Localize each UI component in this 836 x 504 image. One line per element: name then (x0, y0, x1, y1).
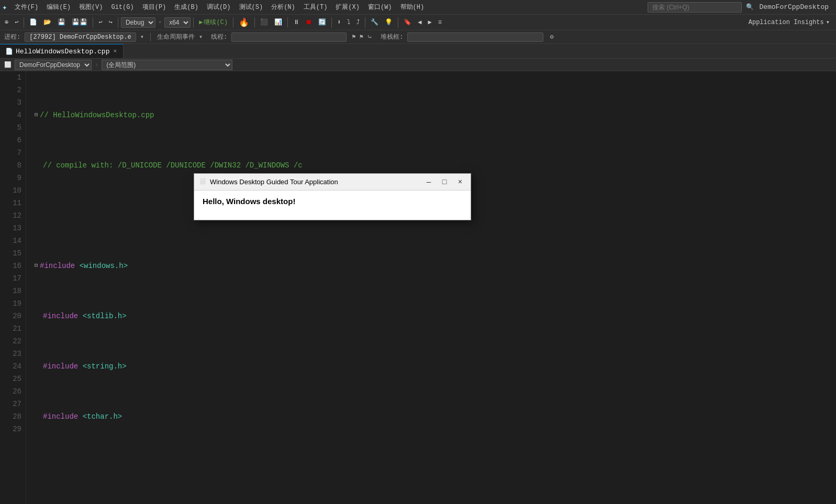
toolbar-step-over[interactable]: ⬇ (335, 17, 343, 27)
code-line-7: #include <tchar.h> (35, 410, 836, 423)
menu-project[interactable]: 项目(P) (138, 2, 171, 13)
code-content-5a: #include (43, 310, 83, 322)
toolbar-separator-6 (254, 17, 255, 28)
menu-test[interactable]: 测试(S) (235, 2, 267, 13)
code-content-5b: <stdlib.h> (83, 310, 127, 322)
toolbar-hot-reload[interactable]: 🔥 (236, 16, 252, 29)
popup-close-btn[interactable]: × (454, 176, 466, 188)
application-insights-dropdown-icon[interactable]: ▾ (826, 18, 830, 26)
stack-input[interactable] (407, 32, 543, 42)
toolbar-separator-7 (287, 17, 288, 28)
lifecycle-label: 生命周期事件 (157, 32, 195, 41)
toolbar-bookmark-prev[interactable]: ◀ (415, 17, 424, 27)
menu-analyze[interactable]: 分析(N) (267, 2, 299, 13)
search-input[interactable] (648, 2, 742, 13)
popup-body: Hello, Windows desktop! (194, 191, 471, 212)
popup-titlebar: 🖥 Windows Desktop Guided Tour Applicatio… (194, 174, 471, 191)
code-content-4a: #include (40, 260, 80, 272)
toolbar-separator-8 (331, 17, 332, 28)
toolbar-nav-fwd[interactable]: ↩ (12, 17, 21, 27)
code-editor[interactable]: ⊟ // HelloWindowsDesktop.cpp // compile … (26, 71, 836, 504)
tab-file-icon: 📄 (5, 48, 13, 55)
tab-label: HelloWindowsDesktop.cpp (16, 48, 109, 55)
toolbar-breakpoints[interactable]: ⬛ (258, 17, 271, 27)
toolbar-perf[interactable]: 📊 (272, 17, 285, 27)
menu-window[interactable]: 窗口(W) (364, 2, 396, 13)
menu-edit[interactable]: 编辑(E) (42, 2, 75, 13)
line-numbers: 1 2 3 4 5 6 7 8 9 10 11 12 13 14 15 16 1… (0, 71, 26, 504)
vs-logo: ✦ (2, 2, 7, 13)
toolbar-bookmark[interactable]: 🔖 (401, 17, 414, 27)
process-label: 进程: (4, 32, 20, 41)
toolbar-undo[interactable]: ↩ (96, 17, 105, 27)
toolbar-diagnostics[interactable]: 🔧 (368, 17, 381, 27)
search-area: 🔍 (648, 2, 754, 13)
thread-input[interactable] (231, 32, 347, 42)
process-dropdown-icon[interactable]: ▾ (140, 33, 144, 41)
menu-build[interactable]: 生成(B) (170, 2, 203, 13)
popup-minimize-btn[interactable]: — (422, 176, 435, 188)
toolbar-nav-back[interactable]: ⊕ (2, 17, 11, 27)
menu-git[interactable]: Git(G) (107, 3, 138, 12)
toolbar-pause[interactable]: ⏸ (291, 17, 302, 27)
code-content-6b: <string.h> (83, 360, 127, 373)
editor-area: 1 2 3 4 5 6 7 8 9 10 11 12 13 14 15 16 1… (0, 71, 836, 504)
code-content-7b: <tchar.h> (83, 410, 122, 423)
toolbar-memory[interactable]: 💡 (382, 17, 395, 27)
toolbar-step-in[interactable]: ⤵ (344, 17, 353, 27)
stack-settings-icon[interactable]: ⚙ (550, 33, 553, 41)
code-content-2: // compile with: /D_UNICODE /DUNICODE /D… (43, 159, 303, 172)
code-line-2: // compile with: /D_UNICODE /DUNICODE /D… (35, 159, 836, 172)
popup-maximize-btn[interactable]: □ (438, 176, 451, 188)
code-content-4b: <windows.h> (80, 260, 128, 272)
toolbar-bookmark-list[interactable]: ≡ (436, 18, 444, 27)
debug-config-dropdown[interactable]: Debug (121, 17, 155, 28)
tab-close-btn[interactable]: × (112, 48, 118, 55)
process-value: [27992] DemoForCppDesktop.e (25, 32, 136, 42)
menu-file[interactable]: 文件(F) (10, 2, 43, 13)
popup-message: Hello, Windows desktop! (203, 197, 295, 206)
project-icon: ⬜ (4, 61, 12, 68)
menu-tools[interactable]: 工具(T) (299, 2, 332, 13)
debug-separator-1 (150, 33, 151, 41)
collapse-icon-4[interactable]: ⊟ (35, 260, 38, 272)
toolbar-save-all[interactable]: 💾💾 (69, 17, 90, 27)
menu-bar: ✦ 文件(F) 编辑(E) 视图(V) Git(G) 项目(P) 生成(B) 调… (0, 0, 836, 15)
menu-help[interactable]: 帮助(H) (396, 2, 429, 13)
menu-extensions[interactable]: 扩展(X) (331, 2, 364, 13)
thread-label: 线程: (211, 32, 227, 41)
menu-view[interactable]: 视图(V) (75, 2, 107, 13)
application-insights-area: Application Insights ▾ (744, 18, 834, 26)
collapse-icon-1[interactable]: ⊟ (35, 109, 38, 121)
code-line-1: ⊟ // HelloWindowsDesktop.cpp (35, 109, 836, 121)
toolbar-step-out[interactable]: ⤴ (354, 17, 362, 27)
scope-dropdown[interactable]: (全局范围) (102, 60, 232, 70)
toolbar-bookmark-next[interactable]: ▶ (425, 17, 434, 27)
popup-window: 🖥 Windows Desktop Guided Tour Applicatio… (194, 173, 471, 220)
code-content-1: // HelloWindowsDesktop.cpp (40, 109, 154, 121)
breadcrumb-bar: ⬜ DemoForCppDesktop › (全局范围) (0, 59, 836, 71)
code-line-4: ⊟ #include <windows.h> (35, 260, 836, 272)
popup-title: Windows Desktop Guided Tour Application (210, 178, 419, 186)
toolbar-redo[interactable]: ↪ (106, 17, 115, 27)
lifecycle-dropdown-icon[interactable]: ▾ (199, 33, 203, 41)
toolbar-save[interactable]: 💾 (55, 17, 68, 27)
platform-dropdown[interactable]: x64 (164, 17, 191, 28)
stack-label: 堆栈框: (381, 32, 403, 41)
toolbar-restart[interactable]: 🔄 (316, 17, 329, 27)
code-content-3 (35, 209, 39, 222)
toolbar-separator-1 (24, 17, 24, 28)
toolbar-open[interactable]: 📂 (41, 17, 54, 27)
toolbar-separator-10 (398, 17, 398, 28)
breadcrumb-separator: › (95, 61, 98, 69)
toolbar-new[interactable]: 📄 (27, 17, 40, 27)
toolbar-continue[interactable]: ▶ 继续(C) (196, 17, 230, 28)
code-line-6: #include <string.h> (35, 360, 836, 373)
toolbar-stop[interactable]: ⏹ (303, 17, 315, 27)
application-insights-label: Application Insights (749, 19, 824, 26)
search-icon: 🔍 (746, 3, 754, 11)
menu-debug[interactable]: 调试(D) (203, 2, 235, 13)
toolbar: ⊕ ↩ 📄 📂 💾 💾💾 ↩ ↪ Debug ▾ x64 ▶ 继续(C) 🔥 ⬛… (0, 15, 836, 30)
tab-hello-windows[interactable]: 📄 HelloWindowsDesktop.cpp × (0, 44, 124, 58)
project-dropdown[interactable]: DemoForCppDesktop (15, 60, 92, 70)
